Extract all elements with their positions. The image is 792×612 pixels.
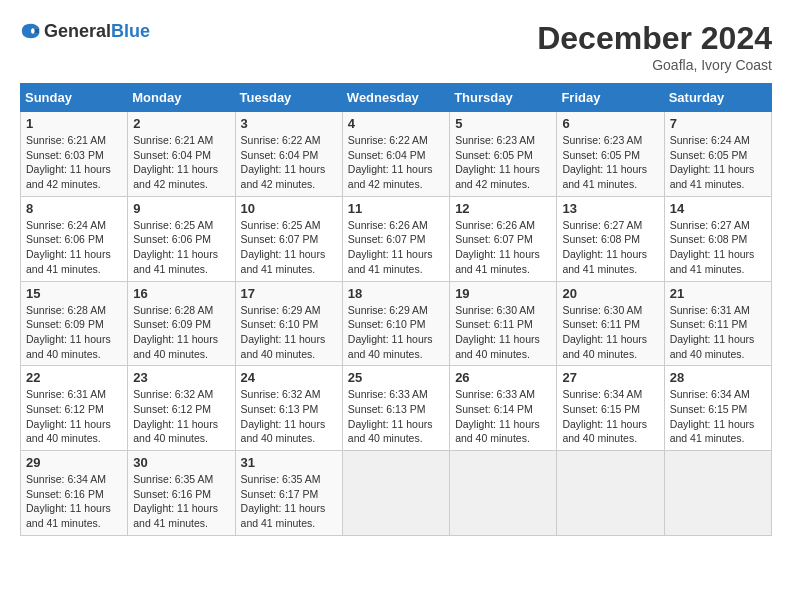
day-number: 11 — [348, 201, 444, 216]
calendar-cell: 4Sunrise: 6:22 AM Sunset: 6:04 PM Daylig… — [342, 112, 449, 197]
calendar-cell: 1Sunrise: 6:21 AM Sunset: 6:03 PM Daylig… — [21, 112, 128, 197]
day-number: 9 — [133, 201, 229, 216]
calendar-cell: 14Sunrise: 6:27 AM Sunset: 6:08 PM Dayli… — [664, 196, 771, 281]
calendar-cell: 29Sunrise: 6:34 AM Sunset: 6:16 PM Dayli… — [21, 451, 128, 536]
weekday-header-wednesday: Wednesday — [342, 84, 449, 112]
calendar-cell: 16Sunrise: 6:28 AM Sunset: 6:09 PM Dayli… — [128, 281, 235, 366]
day-info: Sunrise: 6:28 AM Sunset: 6:09 PM Dayligh… — [133, 303, 229, 362]
day-number: 26 — [455, 370, 551, 385]
day-info: Sunrise: 6:22 AM Sunset: 6:04 PM Dayligh… — [348, 133, 444, 192]
day-number: 25 — [348, 370, 444, 385]
day-number: 20 — [562, 286, 658, 301]
day-number: 15 — [26, 286, 122, 301]
day-number: 29 — [26, 455, 122, 470]
day-info: Sunrise: 6:30 AM Sunset: 6:11 PM Dayligh… — [455, 303, 551, 362]
calendar-cell: 18Sunrise: 6:29 AM Sunset: 6:10 PM Dayli… — [342, 281, 449, 366]
day-number: 8 — [26, 201, 122, 216]
day-number: 14 — [670, 201, 766, 216]
calendar-cell: 8Sunrise: 6:24 AM Sunset: 6:06 PM Daylig… — [21, 196, 128, 281]
day-number: 5 — [455, 116, 551, 131]
day-number: 31 — [241, 455, 337, 470]
logo: GeneralBlue — [20, 20, 150, 42]
day-number: 7 — [670, 116, 766, 131]
calendar-cell: 28Sunrise: 6:34 AM Sunset: 6:15 PM Dayli… — [664, 366, 771, 451]
day-number: 27 — [562, 370, 658, 385]
day-info: Sunrise: 6:35 AM Sunset: 6:17 PM Dayligh… — [241, 472, 337, 531]
day-number: 18 — [348, 286, 444, 301]
day-info: Sunrise: 6:26 AM Sunset: 6:07 PM Dayligh… — [455, 218, 551, 277]
page-header: GeneralBlue December 2024 Goafla, Ivory … — [20, 20, 772, 73]
calendar-cell: 20Sunrise: 6:30 AM Sunset: 6:11 PM Dayli… — [557, 281, 664, 366]
logo-text: GeneralBlue — [44, 21, 150, 42]
calendar-cell: 2Sunrise: 6:21 AM Sunset: 6:04 PM Daylig… — [128, 112, 235, 197]
logo-general: General — [44, 21, 111, 41]
weekday-header-saturday: Saturday — [664, 84, 771, 112]
weekday-header-friday: Friday — [557, 84, 664, 112]
day-info: Sunrise: 6:35 AM Sunset: 6:16 PM Dayligh… — [133, 472, 229, 531]
day-info: Sunrise: 6:23 AM Sunset: 6:05 PM Dayligh… — [562, 133, 658, 192]
day-info: Sunrise: 6:34 AM Sunset: 6:15 PM Dayligh… — [562, 387, 658, 446]
calendar-cell — [557, 451, 664, 536]
day-number: 30 — [133, 455, 229, 470]
title-section: December 2024 Goafla, Ivory Coast — [537, 20, 772, 73]
day-number: 13 — [562, 201, 658, 216]
calendar-cell: 7Sunrise: 6:24 AM Sunset: 6:05 PM Daylig… — [664, 112, 771, 197]
day-info: Sunrise: 6:34 AM Sunset: 6:15 PM Dayligh… — [670, 387, 766, 446]
calendar-cell: 24Sunrise: 6:32 AM Sunset: 6:13 PM Dayli… — [235, 366, 342, 451]
day-number: 16 — [133, 286, 229, 301]
weekday-header-monday: Monday — [128, 84, 235, 112]
day-info: Sunrise: 6:29 AM Sunset: 6:10 PM Dayligh… — [348, 303, 444, 362]
calendar-cell: 15Sunrise: 6:28 AM Sunset: 6:09 PM Dayli… — [21, 281, 128, 366]
day-info: Sunrise: 6:33 AM Sunset: 6:14 PM Dayligh… — [455, 387, 551, 446]
day-number: 4 — [348, 116, 444, 131]
day-number: 12 — [455, 201, 551, 216]
day-info: Sunrise: 6:30 AM Sunset: 6:11 PM Dayligh… — [562, 303, 658, 362]
calendar-cell: 6Sunrise: 6:23 AM Sunset: 6:05 PM Daylig… — [557, 112, 664, 197]
day-info: Sunrise: 6:31 AM Sunset: 6:12 PM Dayligh… — [26, 387, 122, 446]
day-info: Sunrise: 6:27 AM Sunset: 6:08 PM Dayligh… — [562, 218, 658, 277]
location-label: Goafla, Ivory Coast — [537, 57, 772, 73]
calendar-cell: 5Sunrise: 6:23 AM Sunset: 6:05 PM Daylig… — [450, 112, 557, 197]
calendar-cell: 13Sunrise: 6:27 AM Sunset: 6:08 PM Dayli… — [557, 196, 664, 281]
calendar-week-row: 22Sunrise: 6:31 AM Sunset: 6:12 PM Dayli… — [21, 366, 772, 451]
month-year-title: December 2024 — [537, 20, 772, 57]
day-info: Sunrise: 6:25 AM Sunset: 6:06 PM Dayligh… — [133, 218, 229, 277]
day-info: Sunrise: 6:27 AM Sunset: 6:08 PM Dayligh… — [670, 218, 766, 277]
day-info: Sunrise: 6:33 AM Sunset: 6:13 PM Dayligh… — [348, 387, 444, 446]
calendar-cell: 17Sunrise: 6:29 AM Sunset: 6:10 PM Dayli… — [235, 281, 342, 366]
calendar-cell: 27Sunrise: 6:34 AM Sunset: 6:15 PM Dayli… — [557, 366, 664, 451]
day-number: 22 — [26, 370, 122, 385]
day-number: 17 — [241, 286, 337, 301]
day-number: 6 — [562, 116, 658, 131]
weekday-header-tuesday: Tuesday — [235, 84, 342, 112]
day-info: Sunrise: 6:32 AM Sunset: 6:12 PM Dayligh… — [133, 387, 229, 446]
day-info: Sunrise: 6:34 AM Sunset: 6:16 PM Dayligh… — [26, 472, 122, 531]
calendar-week-row: 15Sunrise: 6:28 AM Sunset: 6:09 PM Dayli… — [21, 281, 772, 366]
calendar-cell: 30Sunrise: 6:35 AM Sunset: 6:16 PM Dayli… — [128, 451, 235, 536]
calendar-cell — [664, 451, 771, 536]
calendar-cell: 11Sunrise: 6:26 AM Sunset: 6:07 PM Dayli… — [342, 196, 449, 281]
day-info: Sunrise: 6:21 AM Sunset: 6:03 PM Dayligh… — [26, 133, 122, 192]
calendar-cell: 9Sunrise: 6:25 AM Sunset: 6:06 PM Daylig… — [128, 196, 235, 281]
day-number: 3 — [241, 116, 337, 131]
day-number: 2 — [133, 116, 229, 131]
day-info: Sunrise: 6:23 AM Sunset: 6:05 PM Dayligh… — [455, 133, 551, 192]
calendar-cell: 10Sunrise: 6:25 AM Sunset: 6:07 PM Dayli… — [235, 196, 342, 281]
day-info: Sunrise: 6:31 AM Sunset: 6:11 PM Dayligh… — [670, 303, 766, 362]
day-number: 23 — [133, 370, 229, 385]
calendar-table: SundayMondayTuesdayWednesdayThursdayFrid… — [20, 83, 772, 536]
logo-icon — [20, 20, 42, 42]
day-info: Sunrise: 6:21 AM Sunset: 6:04 PM Dayligh… — [133, 133, 229, 192]
calendar-cell: 26Sunrise: 6:33 AM Sunset: 6:14 PM Dayli… — [450, 366, 557, 451]
day-number: 19 — [455, 286, 551, 301]
calendar-cell: 31Sunrise: 6:35 AM Sunset: 6:17 PM Dayli… — [235, 451, 342, 536]
calendar-week-row: 8Sunrise: 6:24 AM Sunset: 6:06 PM Daylig… — [21, 196, 772, 281]
calendar-week-row: 29Sunrise: 6:34 AM Sunset: 6:16 PM Dayli… — [21, 451, 772, 536]
calendar-cell — [450, 451, 557, 536]
calendar-cell: 23Sunrise: 6:32 AM Sunset: 6:12 PM Dayli… — [128, 366, 235, 451]
calendar-week-row: 1Sunrise: 6:21 AM Sunset: 6:03 PM Daylig… — [21, 112, 772, 197]
day-info: Sunrise: 6:24 AM Sunset: 6:06 PM Dayligh… — [26, 218, 122, 277]
weekday-header-thursday: Thursday — [450, 84, 557, 112]
day-number: 10 — [241, 201, 337, 216]
calendar-cell: 25Sunrise: 6:33 AM Sunset: 6:13 PM Dayli… — [342, 366, 449, 451]
